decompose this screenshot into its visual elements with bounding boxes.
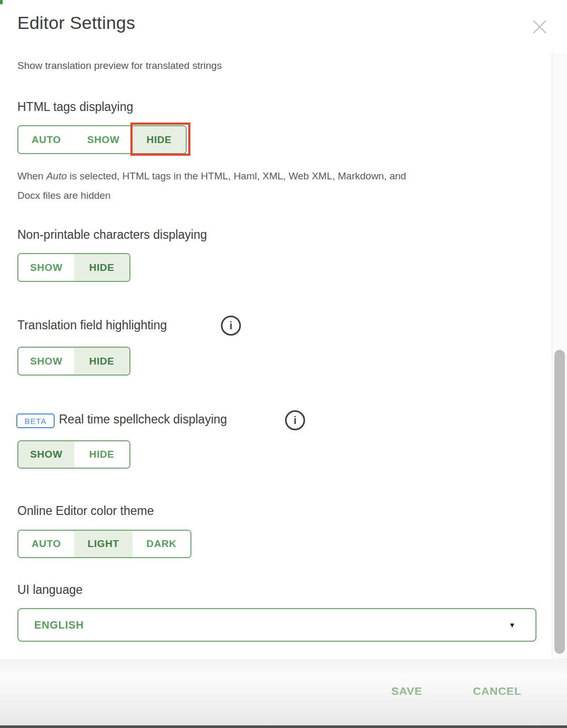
non-printable-hide-button[interactable]: HIDE [74,254,129,281]
editor-settings-modal: Editor Settings Show translation preview… [0,0,567,728]
field-highlighting-info-icon[interactable]: i [221,316,241,336]
html-tags-auto-button[interactable]: AUTO [18,126,74,153]
page-title: Editor Settings [17,13,135,33]
ui-language-label: UI language [17,583,83,597]
html-tags-description: When Auto is selected, HTML tags in the … [17,166,406,205]
non-printable-show-button[interactable]: SHOW [18,254,74,281]
screenshot-corner-artifact [0,0,3,4]
chevron-down-icon: ▼ [509,621,515,629]
field-highlighting-label: Translation field highlighting [17,318,167,332]
close-button[interactable] [527,15,552,41]
cancel-button[interactable]: CANCEL [473,685,521,697]
spellcheck-toggle: SHOW HIDE [17,440,130,469]
close-icon [530,17,550,39]
field-highlighting-show-button[interactable]: SHOW [18,348,74,375]
description-line-2: Docx files are hidden [17,186,406,205]
html-tags-label: HTML tags displaying [17,100,133,114]
spellcheck-info-icon[interactable]: i [285,410,305,430]
field-highlighting-toggle: SHOW HIDE [17,347,130,376]
ui-language-select[interactable]: ENGLISH ▼ [17,608,536,642]
non-printable-label: Non-printable characters displaying [17,228,207,242]
spellcheck-hide-button[interactable]: HIDE [74,441,129,468]
window-bottom-edge [0,725,567,728]
ui-language-value: ENGLISH [34,619,84,631]
color-theme-dark-button[interactable]: DARK [133,531,190,557]
spellcheck-label: Real time spellcheck displaying [59,412,227,427]
color-theme-label: Online Editor color theme [17,504,154,518]
html-tags-show-button[interactable]: SHOW [74,126,133,153]
description-line-1: When Auto is selected, HTML tags in the … [17,166,406,186]
color-theme-light-button[interactable]: LIGHT [74,531,133,557]
highlight-annotation-box [130,123,190,156]
beta-badge: BETA [16,413,55,428]
field-highlighting-hide-button[interactable]: HIDE [74,348,129,375]
save-button[interactable]: SAVE [391,685,422,697]
footer-top-shadow [0,659,567,681]
spellcheck-show-button[interactable]: SHOW [18,441,74,468]
color-theme-auto-button[interactable]: AUTO [18,531,74,557]
non-printable-toggle: SHOW HIDE [17,253,130,282]
scrollbar-thumb[interactable] [554,350,565,654]
color-theme-toggle: AUTO LIGHT DARK [17,530,191,558]
translation-preview-label: Show translation preview for translated … [17,60,222,72]
